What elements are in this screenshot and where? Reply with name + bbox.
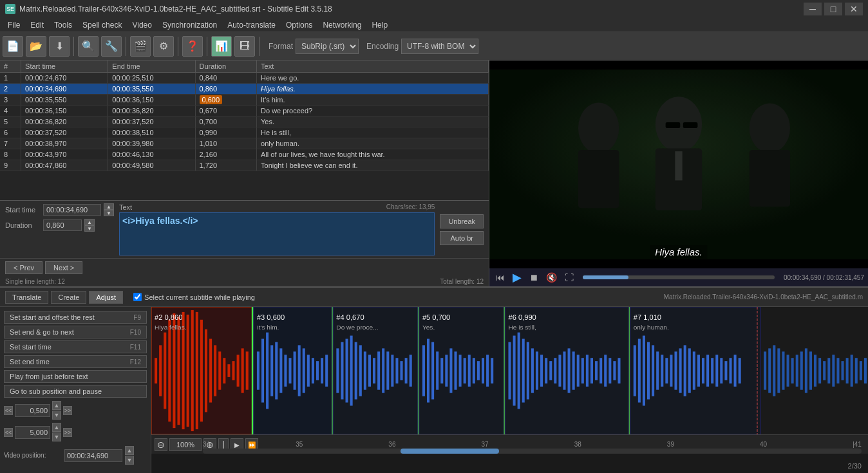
table-row[interactable]: 6 00:00:37,520 00:00:38,510 0,990 He is …	[0, 127, 489, 138]
waveform-area[interactable]: #2 0,860 Hiya fellas.	[151, 307, 868, 473]
close-button[interactable]: ✕	[845, 3, 863, 15]
set-end-goto-next-button[interactable]: Set end & go to next F10	[4, 326, 147, 339]
table-row[interactable]: 3 00:00:35,550 00:00:36,150 0,600 It's h…	[0, 95, 489, 106]
start-time-up[interactable]: ▲	[104, 203, 114, 210]
menu-synchronization[interactable]: Synchronization	[157, 19, 222, 31]
svg-rect-132	[647, 342, 650, 399]
video-frames-button[interactable]: 🎞	[234, 36, 255, 57]
table-row[interactable]: 2 00:00:34,690 00:00:35,550 0,860 Hiya f…	[0, 84, 489, 95]
fullscreen-button[interactable]: ⛶	[562, 271, 576, 284]
video-position-input[interactable]	[64, 449, 122, 462]
encoding-select[interactable]: UTF-8 with BOM	[401, 39, 478, 54]
table-row[interactable]: 4 00:00:36,150 00:00:36,820 0,670 Do we …	[0, 106, 489, 116]
menu-file[interactable]: File	[3, 19, 25, 31]
spin1-down[interactable]: ▼	[52, 411, 61, 420]
spin2-down[interactable]: ▼	[52, 432, 61, 441]
zoom-value-input[interactable]	[169, 438, 202, 451]
spin2-right[interactable]: >>	[63, 428, 72, 437]
svg-rect-164	[805, 348, 807, 393]
svg-rect-54	[325, 355, 328, 387]
unbreak-button[interactable]: Unbreak	[440, 214, 484, 228]
stop-button[interactable]: ⏹	[527, 271, 541, 284]
set-start-offset-button[interactable]: Set start and offset the rest F9	[4, 311, 147, 324]
new-button[interactable]: 📄	[3, 36, 23, 57]
row-num: 9	[0, 160, 21, 171]
duration-up[interactable]: ▲	[84, 219, 95, 225]
row-start: 00:00:47,860	[21, 160, 108, 171]
subtitle-table[interactable]: # Start time End time Duration Text 1 00…	[0, 60, 489, 200]
duration-down[interactable]: ▼	[84, 225, 95, 232]
help-button[interactable]: ❓	[182, 36, 203, 57]
menu-autotranslate[interactable]: Auto-translate	[222, 19, 281, 31]
menu-tools[interactable]: Tools	[49, 19, 77, 31]
table-row[interactable]: 9 00:00:47,860 00:00:49,580 1,720 Tonigh…	[0, 160, 489, 171]
svg-text:#7  1,010: #7 1,010	[634, 313, 661, 321]
play-from-before-button[interactable]: Play from just before text	[4, 370, 147, 383]
table-row[interactable]: 5 00:00:36,820 00:00:37,520 0,700 Yes.	[0, 116, 489, 127]
video-button[interactable]: 🎬	[130, 36, 151, 57]
mute-button[interactable]: 🔇	[543, 271, 560, 284]
start-time-input[interactable]	[43, 204, 101, 216]
next-button[interactable]: Next >	[45, 261, 82, 274]
table-row[interactable]: 7 00:00:38,970 00:00:39,980 1,010 only h…	[0, 138, 489, 149]
pos-up[interactable]: ▲	[125, 446, 134, 455]
svg-rect-51	[312, 358, 314, 384]
menu-spellcheck[interactable]: Spell check	[77, 19, 127, 31]
maximize-button[interactable]: □	[824, 3, 842, 15]
table-row[interactable]: 8 00:00:43,970 00:00:46,130 2,160 All of…	[0, 149, 489, 160]
table-row[interactable]: 1 00:00:24,670 00:00:25,510 0,840 Here w…	[0, 73, 489, 84]
format-label: Format	[269, 42, 293, 51]
svg-rect-120	[599, 358, 602, 384]
goto-sub-pause-button[interactable]: Go to sub position and pause	[4, 385, 147, 398]
prev-button[interactable]: < Prev	[5, 261, 42, 274]
zoom-out-button[interactable]: ⊖	[155, 438, 167, 451]
tab-translate[interactable]: Translate	[5, 291, 48, 304]
set-start-time-button[interactable]: Set start time F11	[4, 340, 147, 353]
minimize-button[interactable]: ─	[804, 3, 822, 15]
spin1-left[interactable]: <<	[4, 406, 13, 415]
subtitle-text-input[interactable]: <i>Hiya fellas.</i>	[119, 212, 435, 255]
spin2-up[interactable]: ▲	[52, 423, 61, 432]
pos-down[interactable]: ▼	[125, 456, 134, 465]
menu-options[interactable]: Options	[281, 19, 317, 31]
spin2-left[interactable]: <<	[4, 428, 13, 437]
svg-rect-21	[187, 315, 189, 427]
select-current-checkbox[interactable]	[133, 293, 142, 301]
find-button[interactable]: 🔍	[78, 36, 99, 57]
rewind-button[interactable]: ⏮	[493, 271, 507, 284]
tab-adjust[interactable]: Adjust	[89, 291, 123, 304]
svg-rect-168	[823, 361, 826, 380]
menu-edit[interactable]: Edit	[25, 19, 49, 31]
spin2-value[interactable]	[15, 426, 50, 439]
open-button[interactable]: 📂	[26, 36, 46, 57]
format-select[interactable]: SubRip (.srt)	[296, 39, 359, 54]
spin1-up[interactable]: ▲	[52, 401, 61, 410]
svg-rect-22	[191, 310, 194, 431]
play-button[interactable]: ▶	[510, 269, 524, 286]
duration-input[interactable]	[43, 219, 82, 231]
menu-video[interactable]: Video	[127, 19, 156, 31]
download-button[interactable]: ⬇	[49, 36, 70, 57]
spin1-value[interactable]	[15, 404, 50, 417]
svg-rect-157	[773, 345, 775, 396]
menu-networking[interactable]: Networking	[317, 19, 366, 31]
svg-text:only human.: only human.	[634, 324, 669, 331]
auto-br-button[interactable]: Auto br	[440, 231, 484, 245]
svg-rect-45	[284, 355, 287, 387]
tab-create[interactable]: Create	[51, 291, 86, 304]
start-time-down[interactable]: ▼	[104, 210, 114, 216]
menu-help[interactable]: Help	[366, 19, 393, 31]
svg-rect-104	[527, 342, 529, 399]
video-progress-bar[interactable]	[583, 275, 775, 279]
text-label: Text	[119, 203, 132, 211]
svg-rect-31	[232, 361, 234, 380]
set-end-time-button[interactable]: Set end time F12	[4, 355, 147, 368]
svg-rect-163	[800, 351, 803, 389]
fix-button[interactable]: 🔧	[101, 36, 122, 57]
waveform-button[interactable]: 📊	[211, 36, 232, 57]
svg-rect-25	[205, 329, 207, 413]
spin1-right[interactable]: >>	[63, 406, 72, 415]
row-start: 00:00:35,550	[21, 95, 108, 106]
svg-rect-26	[209, 339, 212, 403]
settings-button[interactable]: ⚙	[153, 36, 174, 57]
